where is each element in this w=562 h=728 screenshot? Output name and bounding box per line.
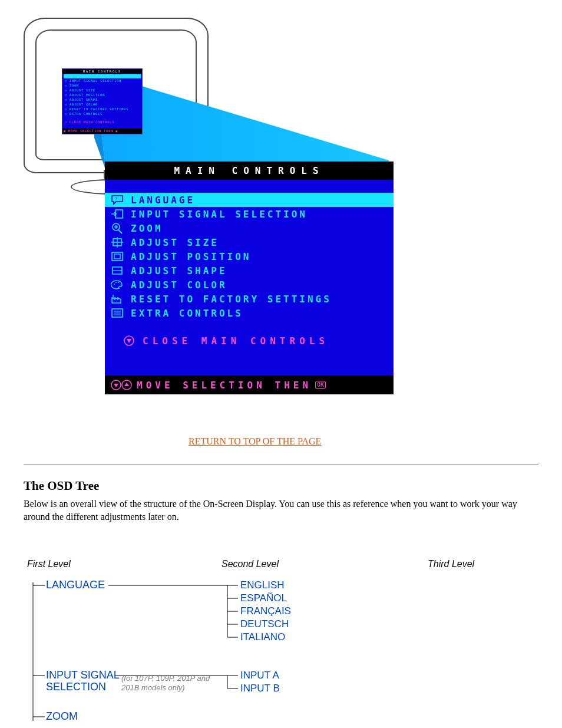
osd-item-label: ADJUST SIZE [131, 237, 219, 248]
osd-menu-list: ? LANGUAGE INPUT SIGNAL SELECTION ZOOM [105, 193, 394, 320]
osd-title: MAIN CONTROLS [105, 162, 394, 180]
osd-item-label: ADJUST POSITION [131, 251, 252, 262]
osd-tree-paragraph: Below is an overall view of the structur… [24, 498, 530, 523]
osd-item-zoom[interactable]: ZOOM [105, 221, 394, 235]
return-to-top-link[interactable]: RETURN TO TOP OF THE PAGE [189, 436, 321, 447]
svg-point-14 [118, 282, 119, 283]
osd-footer-label: MOVE SELECTION THEN [137, 380, 312, 391]
tree-l2-italiano: ITALIANO [240, 631, 285, 643]
osd-close-label: CLOSE MAIN CONTROLS [143, 335, 329, 347]
osd-item-adjust-size[interactable]: ADJUST SIZE [105, 235, 394, 249]
osd-tree-heading: The OSD Tree [24, 479, 99, 493]
palette-icon [110, 278, 125, 291]
osd-item-label: ADJUST SHAPE [131, 265, 227, 276]
svg-rect-10 [114, 254, 120, 259]
osd-item-adjust-position[interactable]: ADJUST POSITION [105, 249, 394, 263]
tree-l2-francais: FRANÇAIS [240, 605, 291, 617]
input-arrow-icon [110, 207, 125, 220]
screen-position-icon [110, 250, 125, 263]
tree-l2-input-a: INPUT A [240, 670, 279, 681]
section-divider [24, 465, 538, 465]
osd-item-label: LANGUAGE [131, 195, 195, 206]
svg-rect-9 [112, 252, 123, 261]
factory-icon [110, 292, 125, 305]
svg-point-13 [115, 282, 117, 283]
osd-item-extra-controls[interactable]: EXTRA CONTROLS [105, 306, 394, 320]
osd-main-controls-panel: MAIN CONTROLS ? LANGUAGE INPUT SIGNAL SE… [105, 162, 394, 394]
osd-item-reset-factory[interactable]: RESET TO FACTORY SETTINGS [105, 292, 394, 306]
osd-item-label: ZOOM [131, 223, 163, 234]
osd-item-adjust-shape[interactable]: ADJUST SHAPE [105, 263, 394, 278]
osd-thumbnail: MAIN CONTROLS ▢ INPUT SIGNAL SELECTION ▢… [62, 68, 143, 134]
magnifier-plus-icon [110, 222, 125, 235]
svg-marker-25 [124, 383, 129, 386]
osd-footer-hint: MOVE SELECTION THEN OK [105, 375, 394, 394]
osd-tree-diagram: First Level Second Level Third Level [27, 559, 534, 724]
ok-icon: OK [315, 381, 326, 389]
svg-marker-21 [127, 339, 131, 343]
svg-marker-23 [114, 384, 118, 387]
svg-line-7 [118, 230, 122, 233]
tree-l1-language: LANGUAGE [46, 579, 105, 591]
tree-l1-zoom: ZOOM [46, 710, 78, 723]
tree-l1-input-line2: SELECTION [46, 681, 106, 693]
tree-l2-espanol: ESPAÑOL [240, 592, 287, 604]
tree-l2-input-b: INPUT B [240, 683, 280, 694]
svg-point-12 [114, 284, 115, 285]
osd-close-main-controls[interactable]: CLOSE MAIN CONTROLS [105, 334, 394, 347]
speech-balloon-icon: ? [110, 193, 125, 206]
osd-item-language[interactable]: ? LANGUAGE [105, 193, 394, 207]
list-icon [110, 307, 125, 319]
svg-text:?: ? [115, 197, 117, 202]
tree-input-note: (for 107P, 109P, 201P and 201B models on… [121, 674, 222, 692]
up-down-triangle-icon [110, 378, 133, 391]
osd-item-label: INPUT SIGNAL SELECTION [131, 209, 308, 220]
tree-l2-english: ENGLISH [240, 579, 285, 591]
tree-l1-input-line1: INPUT SIGNAL [46, 669, 120, 681]
osd-item-label: EXTRA CONTROLS [131, 308, 243, 319]
screen-shape-icon [110, 264, 125, 277]
osd-item-input-signal[interactable]: INPUT SIGNAL SELECTION [105, 207, 394, 221]
down-triangle-icon [121, 334, 137, 347]
osd-item-label: RESET TO FACTORY SETTINGS [131, 294, 332, 305]
osd-item-label: ADJUST COLOR [131, 279, 227, 291]
tree-l2-deutsch: DEUTSCH [240, 618, 289, 630]
resize-arrows-icon [110, 236, 125, 249]
osd-item-adjust-color[interactable]: ADJUST COLOR [105, 278, 394, 292]
